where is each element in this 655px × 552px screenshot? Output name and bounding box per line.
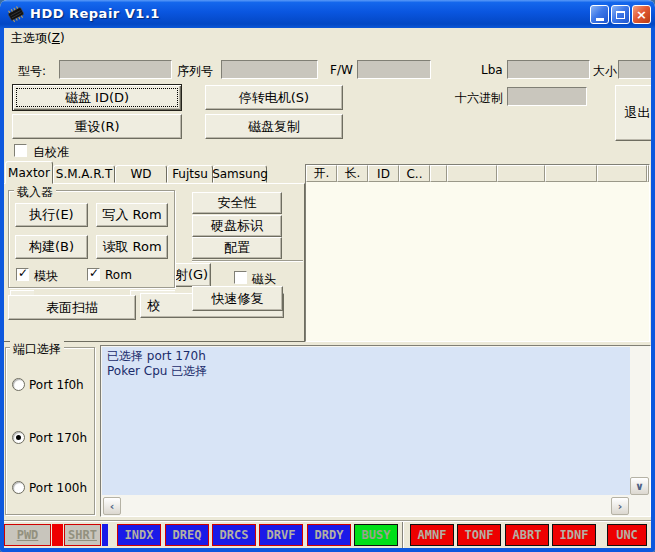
status-abrt: ABRT: [505, 524, 549, 546]
rom-checkbox[interactable]: [87, 268, 100, 281]
status-drcs: DRCS: [212, 524, 256, 546]
status-tonf: TONF: [457, 524, 501, 546]
close-button[interactable]: ×: [632, 5, 651, 24]
firmware-field[interactable]: [357, 60, 431, 79]
serial-field[interactable]: [221, 60, 318, 79]
run-button[interactable]: 执行(E): [15, 203, 88, 227]
minimize-icon: [596, 18, 604, 21]
scroll-left-button[interactable]: ‹: [103, 497, 121, 515]
disk-label-button[interactable]: 硬盘标识: [192, 215, 282, 237]
log-panel[interactable]: 已选择 port 170h Poker Cpu 已选择: [100, 345, 651, 517]
menu-label-prefix: 主选项(: [11, 31, 52, 45]
app-window: HDD Repair V1.1 × 主选项(Z) 型号: 序列号 F/W Lba…: [0, 0, 655, 552]
size-field[interactable]: [618, 60, 655, 79]
scroll-down-button[interactable]: ∨: [630, 477, 649, 495]
app-chip-icon: [7, 5, 25, 23]
tab-smart[interactable]: S.M.A.R.T: [53, 165, 115, 183]
title-bar[interactable]: HDD Repair V1.1 ×: [0, 0, 655, 28]
status-pwd: PWD: [4, 524, 51, 546]
maximize-icon: [616, 11, 625, 19]
model-label: 型号:: [18, 63, 46, 80]
table-header-row: 开. 长. ID C..: [306, 165, 649, 182]
col-empty[interactable]: [597, 165, 647, 182]
window-title: HDD Repair V1.1: [30, 6, 160, 21]
status-unc: UNC: [607, 524, 647, 546]
col-empty[interactable]: [545, 165, 597, 182]
tab-wd[interactable]: WD: [115, 165, 167, 183]
status-blue-block: [102, 524, 108, 546]
radio-port-100h[interactable]: [12, 481, 25, 494]
surface-scan-button[interactable]: 表面扫描: [8, 295, 136, 320]
close-icon: ×: [636, 8, 647, 21]
status-indx: INDX: [117, 524, 161, 546]
write-rom-button[interactable]: 写入 Rom: [96, 203, 168, 227]
status-dreq: DREQ: [165, 524, 209, 546]
self-calibrate-label: 自校准: [33, 144, 69, 161]
radio-port-1f0h-label: Port 1f0h: [29, 378, 84, 392]
tab-maxtor[interactable]: Maxtor: [5, 161, 53, 184]
lba-field[interactable]: [507, 60, 590, 79]
size-label: 大小: [593, 63, 617, 80]
build-button[interactable]: 构建(B): [15, 235, 88, 259]
quick-fix-button[interactable]: 快速修复: [192, 286, 283, 311]
stop-motor-button[interactable]: 停转电机(S): [205, 85, 343, 110]
module-checkbox-label: 模块: [34, 268, 58, 285]
config-button[interactable]: 配置: [192, 237, 282, 259]
menu-label-suffix: ): [60, 31, 65, 45]
radio-port-1f0h[interactable]: [12, 378, 25, 391]
model-field[interactable]: [59, 60, 172, 79]
maximize-button[interactable]: [611, 5, 630, 24]
status-drvf: DRVF: [259, 524, 303, 546]
col-empty[interactable]: [430, 165, 447, 182]
tab-samsung[interactable]: Samsung: [213, 165, 267, 183]
hex-label: 十六进制: [455, 90, 503, 107]
col-empty[interactable]: [497, 165, 545, 182]
rom-checkbox-label: Rom: [105, 268, 132, 282]
tab-fujtsu[interactable]: Fujtsu: [167, 165, 213, 183]
log-line: 已选择 port 170h: [107, 349, 625, 364]
col-empty[interactable]: [647, 165, 649, 182]
status-drdy: DRDY: [307, 524, 351, 546]
col-c[interactable]: C..: [399, 165, 430, 182]
security-button[interactable]: 安全性: [192, 192, 282, 214]
status-red-block: [52, 524, 63, 546]
window-border-right: [651, 28, 655, 552]
col-start[interactable]: 开.: [306, 165, 337, 182]
read-rom-button[interactable]: 读取 Rom: [96, 235, 168, 259]
disk-copy-button[interactable]: 磁盘复制: [205, 114, 343, 139]
menu-bar: 主选项(Z): [4, 28, 651, 48]
panel-divider-line: [192, 260, 303, 262]
minimize-button[interactable]: [590, 5, 609, 24]
log-text-area[interactable]: 已选择 port 170h Poker Cpu 已选择: [102, 347, 630, 495]
menu-accel-key: Z: [52, 31, 60, 45]
exit-button[interactable]: 退出: [615, 85, 655, 141]
disk-id-button[interactable]: 磁盘 ID(D): [12, 84, 182, 111]
menu-main-options[interactable]: 主选项(Z): [4, 28, 72, 49]
port-select-title: 端口选择: [10, 341, 64, 358]
head-checkbox[interactable]: [234, 271, 247, 284]
col-empty[interactable]: [447, 165, 497, 182]
radio-port-100h-label: Port 100h: [29, 481, 87, 495]
module-checkbox[interactable]: [16, 268, 29, 281]
col-length[interactable]: 长.: [337, 165, 368, 182]
lba-label: Lba: [481, 63, 503, 77]
hex-field[interactable]: [507, 87, 587, 106]
chevron-right-icon: ›: [618, 500, 623, 513]
loader-group-title: 载入器: [14, 184, 56, 201]
window-border-left: [0, 28, 4, 552]
module-table[interactable]: 开. 长. ID C..: [305, 164, 650, 342]
partial-hidden-button[interactable]: 射(G): [172, 263, 211, 287]
reset-button[interactable]: 重设(R): [12, 114, 182, 139]
statusbar-divider: [4, 520, 651, 522]
status-shrt: SHRT: [64, 524, 101, 546]
col-id[interactable]: ID: [368, 165, 399, 182]
radio-port-170h[interactable]: [12, 431, 25, 444]
status-busy: BUSY: [354, 524, 398, 546]
firmware-label: F/W: [330, 63, 353, 77]
scroll-right-button[interactable]: ›: [611, 497, 629, 515]
self-calibrate-checkbox[interactable]: [14, 144, 27, 157]
status-amnf: AMNF: [410, 524, 454, 546]
log-line: Poker Cpu 已选择: [107, 364, 625, 379]
window-border-bottom: [0, 548, 655, 552]
radio-port-170h-label: Port 170h: [29, 431, 87, 445]
